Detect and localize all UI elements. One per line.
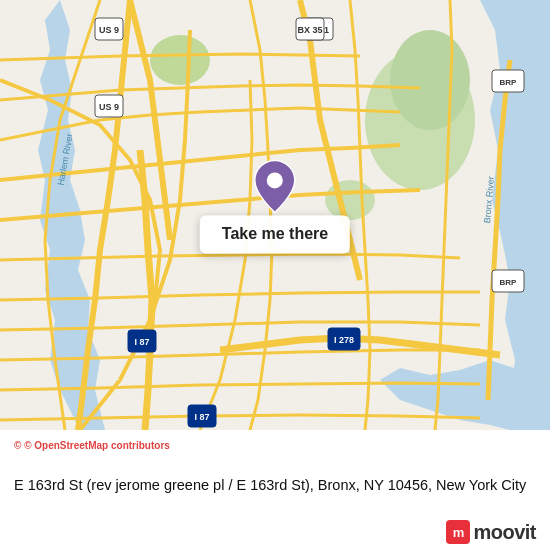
location-pin (251, 157, 299, 215)
osm-credit: © © OpenStreetMap contributors (14, 440, 536, 451)
svg-text:I 87: I 87 (194, 412, 209, 422)
moovit-logo: m moovit (446, 520, 536, 544)
svg-text:US 9: US 9 (99, 102, 119, 112)
take-me-there-button[interactable]: Take me there (200, 215, 350, 253)
moovit-branding: m moovit (14, 520, 536, 544)
svg-text:BRP: BRP (500, 78, 518, 87)
svg-text:BRP: BRP (500, 278, 518, 287)
button-overlay: Take me there (200, 157, 350, 253)
moovit-icon: m (446, 520, 470, 544)
svg-text:US 9: US 9 (99, 25, 119, 35)
svg-point-2 (390, 30, 470, 130)
osm-credit-text: © OpenStreetMap contributors (24, 440, 170, 451)
svg-point-25 (267, 172, 283, 188)
map-view: US 9 US 9 US 1 I 87 I 87 I 278 BRP BRP H… (0, 0, 550, 430)
svg-text:I 278: I 278 (334, 335, 354, 345)
address-text: E 163rd St (rev jerome greene pl / E 163… (14, 451, 536, 520)
svg-text:BX 35: BX 35 (297, 25, 322, 35)
pin-svg (253, 158, 297, 214)
svg-point-4 (150, 35, 210, 85)
moovit-wordmark: moovit (473, 521, 536, 544)
svg-text:I 87: I 87 (134, 337, 149, 347)
info-bar: © © OpenStreetMap contributors E 163rd S… (0, 430, 550, 550)
osm-symbol: © (14, 440, 21, 451)
moovit-m-letter: m (453, 525, 465, 540)
